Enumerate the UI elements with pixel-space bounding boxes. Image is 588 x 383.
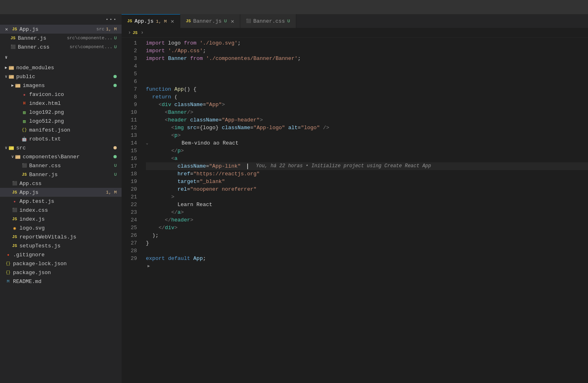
tree-public[interactable]: ∨ public (0, 72, 122, 81)
open-file-appjs[interactable]: ✕ JS App.js src 1, M (0, 25, 122, 34)
line-number: 10 (122, 109, 137, 116)
code-line[interactable]: <a (146, 155, 588, 162)
code-token (146, 109, 165, 116)
code-token: default (168, 255, 190, 262)
tab-badge: U (287, 19, 290, 23)
tree-bannercss[interactable]: ⬛ Banner.css U (0, 161, 122, 170)
code-token (146, 224, 158, 232)
tree-indexjs[interactable]: JS index.js (0, 215, 122, 223)
line-number: 4 (122, 62, 137, 70)
code-token: > (190, 216, 193, 224)
code-line[interactable]: return ( (146, 93, 588, 101)
open-file-bannercss[interactable]: ⬛ Banner.css src\component... U (0, 43, 122, 51)
tree-appcss[interactable]: ⬛ App.css (0, 179, 122, 188)
tree-badge: U (114, 163, 122, 168)
code-token: > (181, 147, 184, 155)
css-icon: ⬛ (11, 207, 18, 213)
test-icon: ✦ (11, 198, 18, 204)
code-line[interactable] (146, 247, 588, 255)
open-file-bannerjs[interactable]: JS Banner.js src\componente... U (0, 34, 122, 43)
tree-readme[interactable]: M README.md (0, 277, 122, 286)
tree-robots[interactable]: 🤖 robots.txt (0, 134, 122, 143)
code-editor[interactable]: 1234567891011121314151617181920212223242… (122, 39, 588, 383)
code-token: from (190, 55, 203, 62)
code-line[interactable]: rel="noopener noreferrer" (146, 185, 588, 193)
code-line[interactable]: </a> (146, 209, 588, 216)
tab-appjs[interactable]: JS App.js 1, M ✕ (122, 14, 180, 28)
line-number: 18 (122, 170, 137, 178)
code-token (171, 101, 174, 109)
tree-src[interactable]: ∨ src (0, 143, 122, 152)
tab-bannerjs[interactable]: JS Banner.js U ✕ (180, 14, 240, 28)
tree-manifest[interactable]: {} manifest.json (0, 126, 122, 134)
tree-logosvg[interactable]: ◉ logo.svg (0, 223, 122, 232)
tree-gitignore[interactable]: ⬥ .gitignore (0, 250, 122, 259)
code-line[interactable]: export default App; (146, 255, 588, 262)
json-icon: {} (21, 127, 28, 133)
code-line[interactable]: </div> (146, 224, 588, 232)
tree-item-label: public (16, 74, 113, 80)
code-token: < (165, 109, 168, 116)
tree-logo192[interactable]: ▨ logo192.png (0, 108, 122, 117)
tree-imagens[interactable]: ▶ imagens (0, 81, 122, 90)
code-token: div (162, 101, 171, 109)
code-line[interactable]: className="App-link" You, há 22 horas • … (146, 162, 588, 170)
tab-bannercss[interactable]: ⬛ Banner.css U (240, 14, 296, 28)
code-line[interactable]: <img src={logo} className="App-logo" alt… (146, 124, 588, 132)
code-token: ; (298, 55, 301, 62)
code-line[interactable]: ); (146, 232, 588, 239)
tab-close-bannerjs[interactable]: ✕ (231, 18, 234, 25)
tree-apptest[interactable]: ✦ App.test.js (0, 197, 122, 206)
tree-componentes-banner[interactable]: ∨ componentes\Banner (0, 152, 122, 161)
code-line[interactable]: <div className="App"> (146, 101, 588, 109)
code-line[interactable] (146, 62, 588, 70)
code-line[interactable]: <Banner/> (146, 109, 588, 116)
txt-icon: 🤖 (21, 136, 28, 142)
tree-indexcss[interactable]: ⬛ index.css (0, 206, 122, 215)
code-line[interactable]: ⌄ Bem-vindo ao React (146, 139, 588, 147)
code-token: header (171, 216, 190, 224)
code-line[interactable]: <p> (146, 132, 588, 139)
tree-node-modules[interactable]: ▶ node_modules (0, 63, 122, 72)
tree-packagejson[interactable]: {} package.json (0, 268, 122, 277)
code-token: "logo" (301, 124, 320, 132)
fold-marker-icon[interactable]: ⌄ (146, 139, 148, 147)
code-line[interactable] (146, 70, 588, 78)
code-token (146, 93, 152, 101)
code-line[interactable]: } (146, 239, 588, 247)
code-line[interactable]: <header className="App-header"> (146, 116, 588, 124)
code-line[interactable]: href="https://reactjs.org" (146, 170, 588, 178)
code-line[interactable]: target="_blank" (146, 178, 588, 185)
code-content[interactable]: import logo from './logo.svg';import './… (142, 39, 588, 383)
tree-appjs[interactable]: JS App.js 1, M (0, 188, 122, 197)
tab-close-appjs[interactable]: ✕ (171, 18, 174, 25)
tree-logo512[interactable]: ▨ logo512.png (0, 117, 122, 126)
open-file-name: Banner.js (18, 35, 67, 41)
code-line[interactable]: </header> (146, 216, 588, 224)
tree-index-html[interactable]: H index.html (0, 99, 122, 108)
code-token: href (177, 170, 190, 178)
code-token: App (193, 255, 203, 262)
code-line[interactable]: Learn React (146, 201, 588, 209)
tree-reportwebvitals[interactable]: JS reportWebVitals.js (0, 232, 122, 241)
code-line[interactable]: function App() { (146, 85, 588, 93)
tree-packagelock[interactable]: {} package-lock.json (0, 259, 122, 268)
tree-favicon[interactable]: ★ favicon.ico (0, 90, 122, 99)
sidebar-menu-dots[interactable]: ··· (105, 16, 117, 23)
code-line[interactable]: import './App.css'; (146, 47, 588, 55)
code-line[interactable]: import logo from './logo.svg'; (146, 39, 588, 47)
tree-setuptests[interactable]: JS setupTests.js (0, 241, 122, 250)
code-token: </ (171, 147, 177, 155)
code-line[interactable] (146, 78, 588, 85)
line-number: 25 (122, 224, 137, 232)
code-line[interactable]: </p> (146, 147, 588, 155)
code-token: alt (288, 124, 297, 132)
close-icon[interactable]: ✕ (3, 26, 10, 32)
code-line[interactable]: > (146, 193, 588, 201)
breadcrumb-sep1: › (128, 30, 131, 36)
css-icon: ⬛ (11, 180, 18, 187)
tree-bannerjs[interactable]: JS Banner.js U (0, 170, 122, 179)
tree-item-label: logo192.png (29, 109, 122, 115)
line-number: 11 (122, 116, 137, 124)
code-line[interactable]: import Banner from './componentes/Banner… (146, 55, 588, 62)
